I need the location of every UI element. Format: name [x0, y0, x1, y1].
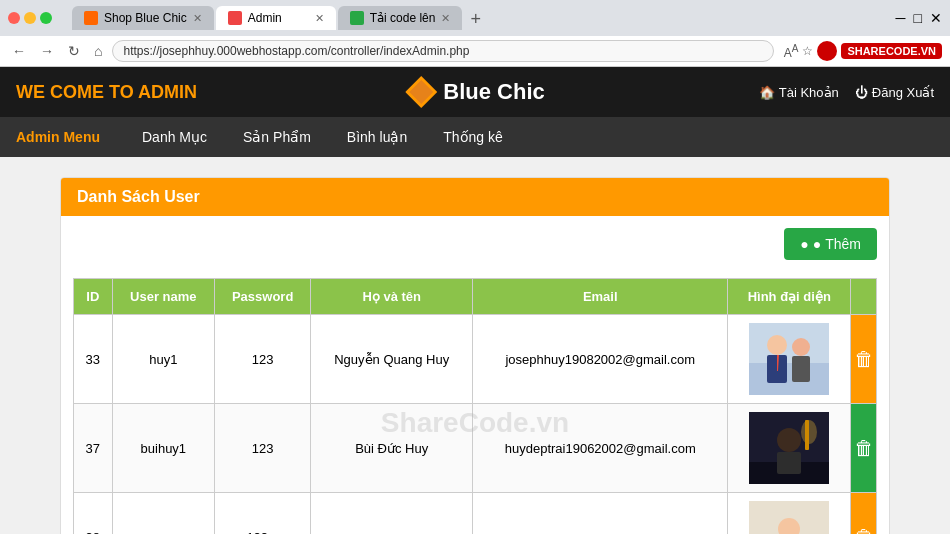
cell-password: 123	[215, 315, 311, 404]
col-username: User name	[112, 279, 214, 315]
cell-id: 38	[74, 493, 113, 535]
ext-red-icon	[817, 41, 837, 61]
page-content: WE COME TO ADMIN Blue Chic 🏠 Tài Khoản ⏻…	[0, 67, 950, 534]
minimize-icon: ─	[896, 10, 906, 26]
tab-code[interactable]: Tải code lên ✕	[338, 6, 463, 30]
address-input[interactable]	[112, 40, 773, 62]
minimize-button[interactable]	[24, 12, 36, 24]
tab-admin-label: Admin	[248, 11, 282, 25]
cell-username: huy1	[112, 315, 214, 404]
browser-chrome: Shop Blue Chic ✕ Admin ✕ Tải code lên ✕ …	[0, 0, 950, 67]
browser-tabs: Shop Blue Chic ✕ Admin ✕ Tải code lên ✕ …	[64, 6, 884, 30]
cell-photo	[728, 315, 851, 404]
user-photo	[749, 323, 829, 395]
forward-button[interactable]: →	[36, 41, 58, 61]
nav-thongke[interactable]: Thống kê	[425, 119, 521, 155]
home-button[interactable]: ⌂	[90, 41, 106, 61]
cell-action-3[interactable]: 🗑	[851, 493, 877, 535]
new-tab-button[interactable]: +	[464, 9, 487, 30]
logout-icon: ⏻	[855, 85, 868, 100]
window-actions: ─ □ ✕	[896, 10, 942, 26]
table-row: 38 son 123...	[74, 493, 877, 535]
cell-password: 123...	[215, 493, 311, 535]
back-button[interactable]: ←	[8, 41, 30, 61]
cell-photo	[728, 404, 851, 493]
table-head: ID User name Password Họ và tên Email Hì…	[74, 279, 877, 315]
table-row: 33 huy1 123 Nguyễn Quang Huy josephhuy19…	[74, 315, 877, 404]
delete-button-1[interactable]: 🗑	[851, 319, 876, 399]
svg-rect-7	[792, 356, 810, 382]
house-icon: 🏠	[759, 85, 775, 100]
tab-code-close[interactable]: ✕	[441, 12, 450, 25]
window-controls[interactable]	[8, 12, 52, 24]
add-button-label: Thêm	[825, 236, 861, 252]
cell-email	[473, 493, 728, 535]
delete-button-3[interactable]: 🗑	[851, 497, 876, 534]
logo-diamond-icon	[405, 76, 437, 108]
tab-admin-favicon	[228, 11, 242, 25]
logout-label: Đăng Xuất	[872, 85, 934, 100]
tab-shop-close[interactable]: ✕	[193, 12, 202, 25]
close-icon: ✕	[930, 10, 942, 26]
close-button[interactable]	[8, 12, 20, 24]
add-button[interactable]: ● Thêm	[784, 228, 877, 260]
restore-icon: □	[914, 10, 922, 26]
tab-admin-close[interactable]: ✕	[315, 12, 324, 25]
user-table: ID User name Password Họ và tên Email Hì…	[73, 278, 877, 534]
col-id: ID	[74, 279, 113, 315]
logout-link[interactable]: ⏻ Đăng Xuất	[855, 85, 934, 100]
section-body: ShareCode.vn ● Thêm ID User name Passwor…	[61, 216, 889, 534]
nav-danhmuc[interactable]: Danh Mục	[124, 119, 225, 155]
svg-point-11	[777, 428, 801, 452]
svg-rect-12	[777, 452, 801, 474]
user-photo-3	[749, 501, 829, 534]
svg-marker-1	[409, 80, 433, 104]
section-header: Danh Sách User	[61, 178, 889, 216]
col-email: Email	[473, 279, 728, 315]
cell-fullname: Bùi Đức Huy	[311, 404, 473, 493]
cell-fullname	[311, 493, 473, 535]
sharecode-logo: SHARECODE.VN	[841, 43, 942, 59]
site-header: WE COME TO ADMIN Blue Chic 🏠 Tài Khoản ⏻…	[0, 67, 950, 117]
star-icon: ☆	[802, 44, 813, 58]
nav-binhluan[interactable]: Bình luận	[329, 119, 425, 155]
tab-shop[interactable]: Shop Blue Chic ✕	[72, 6, 214, 30]
main-content: Danh Sách User ShareCode.vn ● Thêm ID Us…	[0, 157, 950, 534]
cell-username: son	[112, 493, 214, 535]
svg-point-4	[767, 335, 787, 355]
address-bar: ← → ↻ ⌂ AA ☆ SHARECODE.VN	[0, 36, 950, 67]
table-row: 37 buihuy1 123 Bùi Đức Huy huydeptrai190…	[74, 404, 877, 493]
svg-point-6	[792, 338, 810, 356]
cell-email: huydeptrai19062002@gmail.com	[473, 404, 728, 493]
section-box: Danh Sách User ShareCode.vn ● Thêm ID Us…	[60, 177, 890, 534]
cell-id: 33	[74, 315, 113, 404]
account-link[interactable]: 🏠 Tài Khoản	[759, 85, 839, 100]
site-title: WE COME TO ADMIN	[16, 82, 759, 103]
browser-extras: AA ☆ SHARECODE.VN	[784, 41, 942, 61]
col-action	[851, 279, 877, 315]
site-nav: Admin Menu Danh Mục Sản Phẩm Bình luận T…	[0, 117, 950, 157]
account-label: Tài Khoản	[779, 85, 839, 100]
logo-text: Blue Chic	[443, 79, 544, 105]
svg-rect-14	[805, 420, 809, 450]
refresh-button[interactable]: ↻	[64, 41, 84, 61]
translate-icon: AA	[784, 43, 799, 60]
plus-icon: ●	[813, 236, 821, 252]
sharecode-logo-text: SHARECODE.VN	[847, 45, 936, 57]
col-password: Password	[215, 279, 311, 315]
cell-action-2[interactable]: 🗑	[851, 404, 877, 493]
tab-code-label: Tải code lên	[370, 11, 436, 25]
cell-action-1[interactable]: 🗑	[851, 315, 877, 404]
user-photo-2	[749, 412, 829, 484]
logo-area: Blue Chic	[405, 76, 544, 108]
cell-password: 123	[215, 404, 311, 493]
delete-button-2[interactable]: 🗑	[851, 408, 876, 488]
header-right: 🏠 Tài Khoản ⏻ Đăng Xuất	[759, 85, 934, 100]
table-body: 33 huy1 123 Nguyễn Quang Huy josephhuy19…	[74, 315, 877, 535]
col-fullname: Họ và tên	[311, 279, 473, 315]
tab-admin[interactable]: Admin ✕	[216, 6, 336, 30]
nav-sanpham[interactable]: Sản Phẩm	[225, 119, 329, 155]
maximize-button[interactable]	[40, 12, 52, 24]
cell-photo	[728, 493, 851, 535]
tab-code-favicon	[350, 11, 364, 25]
